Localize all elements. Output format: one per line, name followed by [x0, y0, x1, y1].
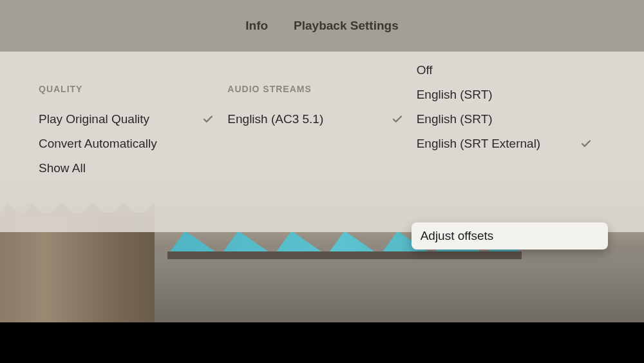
list-item-label: English (SRT) [417, 88, 493, 102]
audio-header: AUDIO STREAMS [227, 84, 403, 94]
tab-info[interactable]: Info [245, 19, 268, 33]
list-item-label: English (AC3 5.1) [227, 112, 323, 126]
tab-playback-settings[interactable]: Playback Settings [294, 19, 399, 33]
checkmark-icon [391, 113, 404, 126]
quality-show-all[interactable]: Show All [39, 156, 214, 181]
settings-panel: QUALITY Play Original Quality Convert Au… [0, 52, 644, 232]
quality-column: QUALITY Play Original Quality Convert Au… [39, 84, 227, 219]
audio-english-ac3[interactable]: English (AC3 5.1) [227, 107, 403, 132]
list-item-label: Convert Automatically [39, 137, 157, 151]
list-item-label: Show All [39, 161, 86, 175]
quality-convert-automatically[interactable]: Convert Automatically [39, 132, 214, 156]
list-item-label: English (SRT External) [417, 137, 541, 151]
checkmark-icon [580, 137, 592, 150]
tab-bar: Info Playback Settings [0, 0, 644, 52]
quality-header: QUALITY [39, 84, 214, 94]
subtitles-column: Off English (SRT) English (SRT) English … [417, 84, 605, 219]
letterbox-bottom [0, 322, 644, 363]
background-bridge-base [167, 251, 522, 259]
checkmark-icon [202, 113, 214, 126]
list-item-label: Off [417, 63, 433, 77]
list-item-label: Play Original Quality [39, 112, 149, 126]
quality-play-original[interactable]: Play Original Quality [39, 107, 214, 132]
subtitles-english-srt-2[interactable]: English (SRT) [417, 107, 592, 132]
subtitles-english-srt-1[interactable]: English (SRT) [417, 83, 592, 107]
audio-column: AUDIO STREAMS English (AC3 5.1) [227, 84, 416, 219]
subtitles-english-srt-external[interactable]: English (SRT External) [417, 132, 592, 156]
subtitles-off[interactable]: Off [417, 58, 592, 83]
list-item-label: English (SRT) [417, 112, 493, 126]
adjust-offsets-button[interactable]: Adjust offsets [412, 222, 608, 250]
